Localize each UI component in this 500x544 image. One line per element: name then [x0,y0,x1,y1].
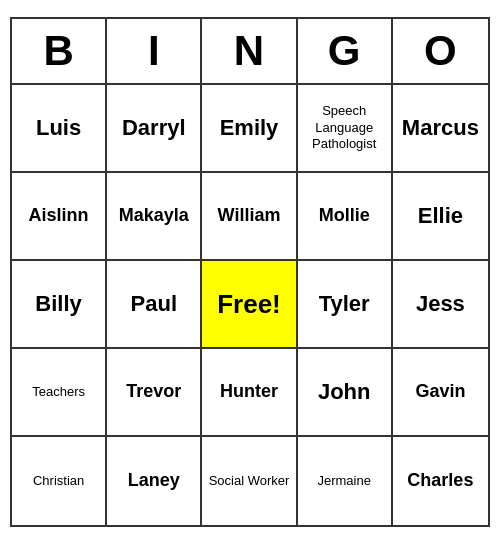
cell-text-4: Marcus [402,116,479,140]
cell-text-5: Aislinn [29,205,89,227]
cell-text-13: Tyler [319,292,370,316]
bingo-cell-20: Christian [12,437,107,525]
bingo-cell-5: Aislinn [12,173,107,261]
cell-text-16: Trevor [126,381,181,403]
cell-text-7: William [218,205,281,227]
cell-text-3: Speech Language Pathologist [302,103,387,154]
bingo-cell-4: Marcus [393,85,488,173]
bingo-cell-19: Gavin [393,349,488,437]
cell-text-24: Charles [407,470,473,492]
cell-text-6: Makayla [119,205,189,227]
bingo-cell-13: Tyler [298,261,393,349]
cell-text-2: Emily [220,116,279,140]
header-letter-b: B [12,19,107,83]
bingo-grid: LuisDarrylEmilySpeech Language Pathologi… [12,85,488,525]
bingo-header: BINGO [12,19,488,85]
cell-text-10: Billy [35,292,81,316]
cell-text-17: Hunter [220,381,278,403]
header-letter-n: N [202,19,297,83]
bingo-cell-6: Makayla [107,173,202,261]
cell-text-22: Social Worker [209,473,290,490]
bingo-cell-16: Trevor [107,349,202,437]
bingo-cell-15: Teachers [12,349,107,437]
bingo-cell-14: Jess [393,261,488,349]
header-letter-o: O [393,19,488,83]
cell-text-15: Teachers [32,384,85,401]
bingo-cell-12: Free! [202,261,297,349]
cell-text-9: Ellie [418,204,463,228]
cell-text-14: Jess [416,292,465,316]
cell-text-1: Darryl [122,116,186,140]
bingo-cell-1: Darryl [107,85,202,173]
bingo-cell-8: Mollie [298,173,393,261]
bingo-cell-3: Speech Language Pathologist [298,85,393,173]
cell-text-21: Laney [128,470,180,492]
bingo-card: BINGO LuisDarrylEmilySpeech Language Pat… [10,17,490,527]
bingo-cell-0: Luis [12,85,107,173]
bingo-cell-10: Billy [12,261,107,349]
cell-text-19: Gavin [415,381,465,403]
bingo-cell-2: Emily [202,85,297,173]
cell-text-20: Christian [33,473,84,490]
bingo-cell-11: Paul [107,261,202,349]
header-letter-i: I [107,19,202,83]
cell-text-12: Free! [217,289,281,320]
bingo-cell-21: Laney [107,437,202,525]
header-letter-g: G [298,19,393,83]
cell-text-0: Luis [36,116,81,140]
bingo-cell-23: Jermaine [298,437,393,525]
cell-text-8: Mollie [319,205,370,227]
bingo-cell-9: Ellie [393,173,488,261]
bingo-cell-7: William [202,173,297,261]
bingo-cell-18: John [298,349,393,437]
bingo-cell-17: Hunter [202,349,297,437]
bingo-cell-22: Social Worker [202,437,297,525]
cell-text-18: John [318,380,371,404]
bingo-cell-24: Charles [393,437,488,525]
cell-text-11: Paul [131,292,177,316]
cell-text-23: Jermaine [317,473,370,490]
